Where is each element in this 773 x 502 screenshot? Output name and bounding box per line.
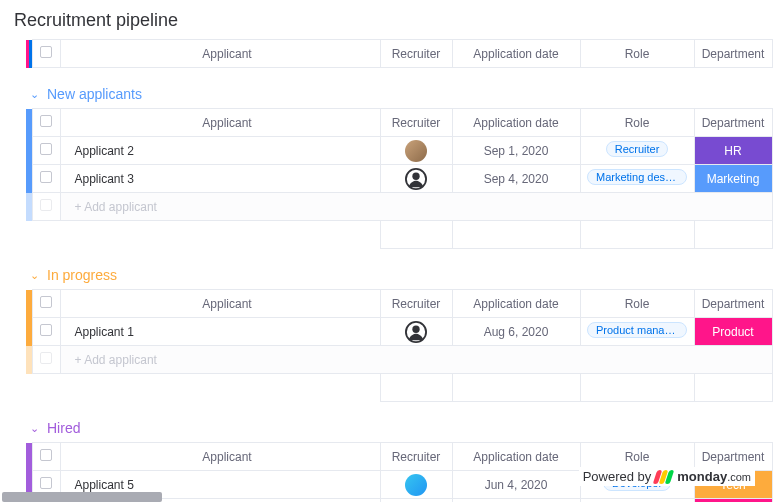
date-cell[interactable]: Aug 6, 2020 [452,318,580,346]
col-applicant[interactable]: Applicant [60,40,380,68]
role-pill: Product manager [587,322,687,338]
group-column-header: ApplicantRecruiterApplication dateRoleDe… [26,290,772,318]
col-date[interactable]: Application date [452,443,580,471]
recruiter-cell[interactable] [380,137,452,165]
powered-by-badge[interactable]: Powered by monday.com [579,467,755,486]
col-recruiter[interactable]: Recruiter [380,443,452,471]
col-recruiter[interactable]: Recruiter [380,290,452,318]
applicant-name[interactable]: Applicant 2 [60,137,380,165]
row-accent [26,346,32,374]
recruiter-cell[interactable] [380,165,452,193]
row-checkbox-cell[interactable] [32,165,60,193]
group-checkbox-cell[interactable] [32,290,60,318]
brand-name: monday.com [677,469,751,484]
col-date[interactable]: Application date [452,40,580,68]
group-checkbox-cell[interactable] [32,443,60,471]
checkbox-icon [40,199,52,211]
date-cell[interactable]: Jun 4, 2020 [452,471,580,499]
summary-cell [694,374,772,402]
date-cell[interactable]: Jun 26, 2020 [452,499,580,503]
recruiter-cell[interactable] [380,318,452,346]
group-header[interactable]: ⌄New applicants [26,68,773,108]
checkbox-icon [40,352,52,364]
horizontal-scrollbar[interactable] [2,492,162,502]
summary-cell [380,221,452,249]
checkbox-icon [40,324,52,336]
summary-cell [452,221,580,249]
role-pill: Recruiter [606,141,669,157]
group-name: In progress [47,267,117,283]
row-checkbox-cell [32,346,60,374]
applicant-name[interactable]: Applicant 1 [60,318,380,346]
powered-by-label: Powered by [583,469,652,484]
add-applicant-row[interactable]: + Add applicant [26,193,772,221]
checkbox-icon [40,171,52,183]
col-department[interactable]: Department [694,40,772,68]
col-department[interactable]: Department [694,109,772,137]
department-cell[interactable]: Marketing [694,165,772,193]
col-role[interactable]: Role [580,109,694,137]
person-icon [405,321,427,343]
group-summary-row [26,374,772,402]
person-icon [405,168,427,190]
group-table: ApplicantRecruiterApplication dateRoleDe… [26,289,773,402]
col-recruiter[interactable]: Recruiter [380,40,452,68]
row-checkbox-cell [32,193,60,221]
department-cell[interactable]: HR [694,137,772,165]
add-applicant-label[interactable]: + Add applicant [60,346,772,374]
row-accent [26,193,32,221]
row-checkbox-cell[interactable] [32,137,60,165]
table-row[interactable]: Applicant 2Sep 1, 2020RecruiterHR [26,137,772,165]
col-recruiter[interactable]: Recruiter [380,109,452,137]
table-row[interactable]: Applicant 3Sep 4, 2020Marketing designer… [26,165,772,193]
recruiter-cell[interactable] [380,499,452,503]
checkbox-icon [40,477,52,489]
checkbox-icon [40,143,52,155]
recruiter-cell[interactable] [380,471,452,499]
applicant-name[interactable]: Applicant 3 [60,165,380,193]
role-cell[interactable]: Product manager [580,318,694,346]
checkbox-icon [40,46,52,58]
board-area: Applicant Recruiter Application date Rol… [0,39,773,502]
master-header-table: Applicant Recruiter Application date Rol… [26,39,773,68]
chevron-down-icon: ⌄ [30,269,39,282]
add-applicant-row[interactable]: + Add applicant [26,346,772,374]
group-header[interactable]: ⌄Hired [26,402,773,442]
col-role[interactable]: Role [580,40,694,68]
master-checkbox-cell[interactable] [32,40,60,68]
department-cell[interactable]: Product [694,499,772,503]
group-summary-row [26,221,772,249]
date-cell[interactable]: Sep 4, 2020 [452,165,580,193]
checkbox-icon [40,115,52,127]
role-pill: Marketing designer [587,169,687,185]
col-date[interactable]: Application date [452,290,580,318]
col-applicant[interactable]: Applicant [60,290,380,318]
avatar [405,140,427,162]
page-title: Recruitment pipeline [0,0,773,39]
chevron-down-icon: ⌄ [30,422,39,435]
role-cell[interactable]: Marketing designer [580,165,694,193]
summary-cell [580,221,694,249]
role-cell[interactable]: Recruiter [580,137,694,165]
master-header-row: Applicant Recruiter Application date Rol… [26,40,772,68]
col-role[interactable]: Role [580,290,694,318]
date-cell[interactable]: Sep 1, 2020 [452,137,580,165]
col-department[interactable]: Department [694,290,772,318]
add-applicant-label[interactable]: + Add applicant [60,193,772,221]
row-checkbox-cell[interactable] [32,318,60,346]
svg-point-1 [412,172,419,179]
table-row[interactable]: Applicant 1Aug 6, 2020Product managerPro… [26,318,772,346]
col-applicant[interactable]: Applicant [60,443,380,471]
group-checkbox-cell[interactable] [32,109,60,137]
group-name: New applicants [47,86,142,102]
role-cell[interactable]: Product manager [580,499,694,503]
group-header[interactable]: ⌄In progress [26,249,773,289]
summary-cell [694,221,772,249]
summary-cell [580,374,694,402]
group-name: Hired [47,420,80,436]
col-date[interactable]: Application date [452,109,580,137]
col-applicant[interactable]: Applicant [60,109,380,137]
summary-cell [380,374,452,402]
summary-cell [452,374,580,402]
department-cell[interactable]: Product [694,318,772,346]
